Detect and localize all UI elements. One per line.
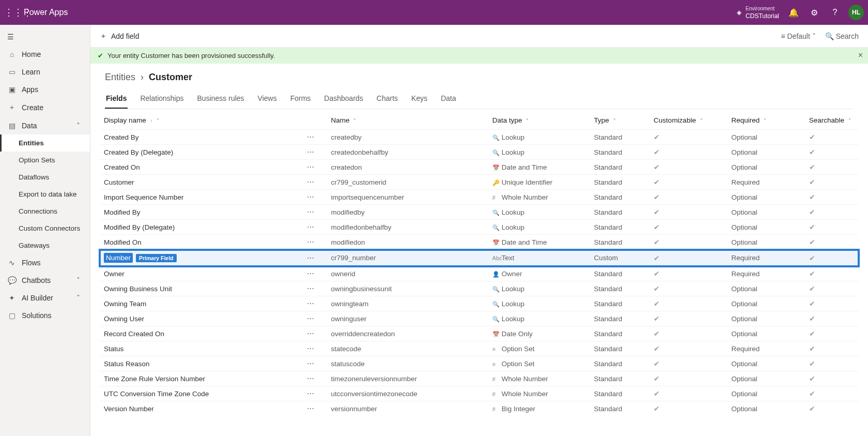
field-name: createdon	[327, 160, 488, 175]
field-name: owningteam	[327, 296, 488, 311]
table-row[interactable]: Status Reason⋯statuscode≡Option SetStand…	[100, 356, 859, 371]
col-datatype[interactable]: Data type ˅	[488, 109, 590, 130]
notifications-icon[interactable]: 🔔	[783, 0, 804, 25]
table-row[interactable]: Owner⋯ownerid👤OwnerStandard✔Required✔	[100, 266, 859, 281]
tab-data[interactable]: Data	[440, 90, 457, 109]
col-type[interactable]: Type ˅	[590, 109, 649, 130]
table-row[interactable]: UTC Conversion Time Zone Code⋯utcconvers…	[100, 386, 859, 401]
tab-charts[interactable]: Charts	[376, 90, 399, 109]
row-more-button[interactable]: ⋯	[303, 130, 327, 145]
col-name[interactable]: Name ˅	[327, 109, 488, 130]
nav-dataflows[interactable]: Dataflows	[0, 169, 90, 186]
field-required: Optional	[727, 160, 804, 175]
nav-connections[interactable]: Connections	[0, 203, 90, 220]
table-row[interactable]: Record Created On⋯overriddencreatedon📅Da…	[100, 326, 859, 341]
row-more-button[interactable]: ⋯	[303, 341, 327, 356]
help-icon[interactable]: ?	[825, 0, 845, 25]
close-icon[interactable]: ×	[858, 51, 863, 60]
avatar[interactable]: HL	[848, 5, 864, 20]
row-more-button[interactable]: ⋯	[303, 235, 327, 250]
col-display-name[interactable]: Display name ↑ ˅	[100, 109, 303, 130]
field-type: Standard	[590, 356, 649, 371]
table-row[interactable]: NumberPrimary Field⋯cr799_numberAbcTextC…	[100, 250, 859, 266]
settings-icon[interactable]: ⚙	[804, 0, 825, 25]
row-more-button[interactable]: ⋯	[303, 175, 327, 190]
row-more-button[interactable]: ⋯	[303, 266, 327, 281]
table-row[interactable]: Modified On⋯modifiedon📅Date and TimeStan…	[100, 235, 859, 250]
field-searchable: ✔	[805, 160, 859, 175]
table-row[interactable]: Modified By (Delegate)⋯modifiedonbehalfb…	[100, 220, 859, 235]
row-more-button[interactable]: ⋯	[303, 220, 327, 235]
field-required: Required	[727, 250, 804, 266]
nav-data[interactable]: ▤Data ˄	[0, 117, 90, 134]
field-customizable: ✔	[649, 386, 727, 401]
row-more-button[interactable]: ⋯	[303, 356, 327, 371]
table-row[interactable]: Customer⋯cr799_customerid🔑Unique Identif…	[100, 175, 859, 190]
table-row[interactable]: Owning User⋯owninguser🔍LookupStandard✔Op…	[100, 311, 859, 326]
field-datatype: 🔍Lookup	[488, 145, 590, 160]
col-customizable[interactable]: Customizable ˅	[649, 109, 727, 130]
row-more-button[interactable]: ⋯	[303, 401, 327, 416]
row-more-button[interactable]: ⋯	[303, 145, 327, 160]
row-more-button[interactable]: ⋯	[303, 386, 327, 401]
table-row[interactable]: Created By⋯createdby🔍LookupStandard✔Opti…	[100, 130, 859, 145]
table-row[interactable]: Created By (Delegate)⋯createdonbehalfby🔍…	[100, 145, 859, 160]
row-more-button[interactable]: ⋯	[303, 311, 327, 326]
nav-custom-connectors[interactable]: Custom Connectors	[0, 220, 90, 237]
environment-switcher[interactable]: ◈ Environment CDSTutorial	[737, 5, 779, 20]
row-more-button[interactable]: ⋯	[303, 250, 327, 266]
tab-keys[interactable]: Keys	[410, 90, 428, 109]
table-row[interactable]: Status⋯statecode≡Option SetStandard✔Requ…	[100, 341, 859, 356]
nav-chatbots[interactable]: 💬Chatbots˅	[0, 272, 90, 289]
table-row[interactable]: Time Zone Rule Version Number⋯timezoneru…	[100, 371, 859, 386]
search-box[interactable]: 🔍 Search	[825, 32, 859, 40]
waffle-icon[interactable]: ⋮⋮⋮	[4, 7, 21, 18]
col-required[interactable]: Required ˅	[727, 109, 804, 130]
add-field-button[interactable]: ＋ Add field	[100, 32, 139, 41]
breadcrumb-root[interactable]: Entities	[105, 72, 135, 83]
nav-export[interactable]: Export to data lake	[0, 186, 90, 203]
table-row[interactable]: Owning Team⋯owningteam🔍LookupStandard✔Op…	[100, 296, 859, 311]
nav-ai-builder[interactable]: ✦AI Builder˅	[0, 289, 90, 307]
table-row[interactable]: Modified By⋯modifiedby🔍LookupStandard✔Op…	[100, 205, 859, 220]
nav-apps[interactable]: ▣Apps	[0, 81, 90, 98]
table-row[interactable]: Created On⋯createdon📅Date and TimeStanda…	[100, 160, 859, 175]
apps-icon: ▣	[7, 85, 17, 94]
field-type: Standard	[590, 220, 649, 235]
nav-flows[interactable]: ∿Flows	[0, 254, 90, 272]
tab-views[interactable]: Views	[257, 90, 278, 109]
datatype-icon: #	[492, 391, 500, 397]
field-display-name: UTC Conversion Time Zone Code	[104, 390, 209, 398]
row-more-button[interactable]: ⋯	[303, 296, 327, 311]
row-more-button[interactable]: ⋯	[303, 281, 327, 296]
field-name: owninguser	[327, 311, 488, 326]
table-row[interactable]: Import Sequence Number⋯importsequencenum…	[100, 190, 859, 205]
tab-fields[interactable]: Fields	[105, 90, 128, 109]
field-required: Optional	[727, 356, 804, 371]
nav-learn[interactable]: ▭Learn	[0, 63, 90, 81]
row-more-button[interactable]: ⋯	[303, 326, 327, 341]
row-more-button[interactable]: ⋯	[303, 371, 327, 386]
row-more-button[interactable]: ⋯	[303, 160, 327, 175]
col-searchable[interactable]: Searchable ˅	[805, 109, 859, 130]
nav-create[interactable]: ＋Create	[0, 98, 90, 117]
nav-option-sets[interactable]: Option Sets	[0, 152, 90, 169]
tab-business-rules[interactable]: Business rules	[196, 90, 245, 109]
table-row[interactable]: Owning Business Unit⋯owningbusinessunit🔍…	[100, 281, 859, 296]
tab-dashboards[interactable]: Dashboards	[323, 90, 364, 109]
field-display-name: Owning User	[104, 315, 144, 323]
tab-forms[interactable]: Forms	[289, 90, 312, 109]
nav-collapse-toggle[interactable]: ☰	[0, 28, 90, 46]
view-selector[interactable]: ≡ Default ˅	[781, 32, 815, 40]
field-display-name: Import Sequence Number	[104, 193, 184, 201]
nav-solutions[interactable]: ▢Solutions	[0, 307, 90, 324]
nav-gateways[interactable]: Gateways	[0, 237, 90, 254]
table-row[interactable]: Version Number⋯versionnumber#Big Integer…	[100, 401, 859, 416]
nav-entities[interactable]: Entities	[0, 134, 90, 152]
row-more-button[interactable]: ⋯	[303, 190, 327, 205]
nav-home[interactable]: ⌂Home	[0, 46, 90, 63]
tab-relationships[interactable]: Relationships	[139, 90, 184, 109]
field-name: createdby	[327, 130, 488, 145]
field-name: overriddencreatedon	[327, 326, 488, 341]
row-more-button[interactable]: ⋯	[303, 205, 327, 220]
